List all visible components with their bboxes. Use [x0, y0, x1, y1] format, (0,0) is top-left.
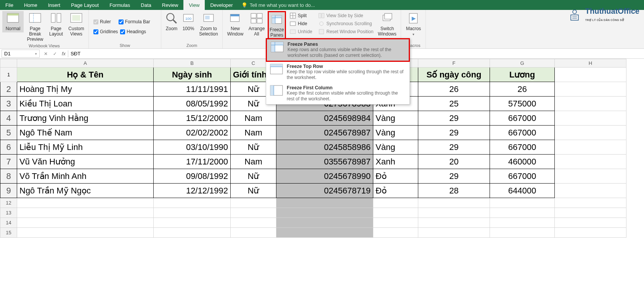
normal-button[interactable]: Normal: [2, 11, 24, 32]
tab-formulas[interactable]: Formulas: [104, 0, 135, 10]
cell[interactable]: Nữ: [231, 184, 276, 198]
cell[interactable]: [490, 218, 555, 228]
cell[interactable]: [373, 218, 418, 228]
cell[interactable]: Nữ: [231, 140, 276, 155]
cell[interactable]: [373, 208, 418, 218]
cell[interactable]: Đỏ: [373, 169, 418, 184]
cell[interactable]: Nam: [231, 126, 276, 140]
cell[interactable]: 15/12/2000: [154, 111, 231, 126]
zoom-button[interactable]: Zoom: [164, 11, 180, 32]
cell[interactable]: [555, 198, 626, 208]
hdr-f[interactable]: Số ngày công: [418, 68, 490, 82]
cell[interactable]: [418, 228, 490, 238]
cell[interactable]: 25: [418, 97, 490, 111]
pagebreak-button[interactable]: Page Break Preview: [24, 11, 46, 43]
cell[interactable]: [276, 218, 373, 228]
menu-freeze-first-column[interactable]: Freeze First Column Keep the first colum…: [266, 83, 410, 104]
tab-developer[interactable]: Developer: [205, 0, 238, 10]
rowhdr[interactable]: 12: [0, 198, 17, 208]
cell[interactable]: Nữ: [231, 169, 276, 184]
cell[interactable]: [555, 169, 626, 184]
cell[interactable]: 09/08/1992: [154, 169, 231, 184]
rowhdr[interactable]: 9: [0, 184, 17, 198]
cell[interactable]: 0245858986: [276, 140, 373, 155]
cell[interactable]: [490, 208, 555, 218]
cell[interactable]: 11/11/1991: [154, 82, 231, 97]
cell[interactable]: [555, 184, 626, 198]
colhdr-g[interactable]: G: [490, 59, 555, 68]
cell[interactable]: [276, 198, 373, 208]
rowhdr[interactable]: 4: [0, 111, 17, 126]
cell[interactable]: 0245678987: [276, 126, 373, 140]
menu-freeze-top-row[interactable]: Freeze Top Row Keep the top row visible …: [266, 61, 410, 83]
rowhdr-1[interactable]: 1: [0, 68, 17, 82]
cell[interactable]: [373, 198, 418, 208]
cell[interactable]: [17, 228, 154, 238]
cell[interactable]: Trương Vinh Hằng: [17, 111, 154, 126]
cell[interactable]: 29: [418, 140, 490, 155]
tab-file[interactable]: File: [0, 0, 19, 10]
rowhdr[interactable]: 13: [0, 208, 17, 218]
macros-button[interactable]: Macros: [403, 11, 423, 38]
cell[interactable]: 0245678990: [276, 169, 373, 184]
tab-home[interactable]: Home: [19, 0, 43, 10]
cell[interactable]: 0355678987: [276, 155, 373, 169]
cell[interactable]: Liễu Thị Mỹ Linh: [17, 140, 154, 155]
tab-view[interactable]: View: [183, 0, 205, 10]
cell[interactable]: 667000: [490, 126, 555, 140]
cell[interactable]: [276, 208, 373, 218]
cell[interactable]: [231, 208, 276, 218]
cell[interactable]: 29: [418, 111, 490, 126]
cell[interactable]: [373, 228, 418, 238]
split-button[interactable]: Split: [288, 12, 314, 19]
cell[interactable]: [231, 198, 276, 208]
cell[interactable]: 03/10/1990: [154, 140, 231, 155]
cell[interactable]: 26: [490, 82, 555, 97]
cell[interactable]: [418, 218, 490, 228]
colhdr-h[interactable]: H: [555, 59, 626, 68]
cell[interactable]: [17, 198, 154, 208]
cell[interactable]: [555, 218, 626, 228]
colhdr-f[interactable]: F: [418, 59, 490, 68]
pagelayout-button[interactable]: Page Layout: [47, 11, 66, 38]
cell[interactable]: 460000: [490, 155, 555, 169]
tellme[interactable]: 💡 Tell me what you want to do...: [238, 2, 315, 8]
name-box[interactable]: D1: [2, 50, 40, 58]
cell[interactable]: [231, 218, 276, 228]
cell[interactable]: 29: [418, 126, 490, 140]
colhdr-b[interactable]: B: [154, 59, 231, 68]
hdr-a[interactable]: Họ & Tên: [17, 68, 154, 82]
cell[interactable]: 575000: [490, 97, 555, 111]
cell[interactable]: Kiều Thị Loan: [17, 97, 154, 111]
cell[interactable]: 12/12/1992: [154, 184, 231, 198]
zoomsel-button[interactable]: Zoom to Selection: [197, 11, 220, 38]
cell[interactable]: [555, 97, 626, 111]
hdr-g[interactable]: Lương: [490, 68, 555, 82]
cell[interactable]: 29: [418, 169, 490, 184]
cell[interactable]: [154, 208, 231, 218]
rowhdr[interactable]: 8: [0, 169, 17, 184]
cell[interactable]: 667000: [490, 140, 555, 155]
cell[interactable]: [555, 111, 626, 126]
cell[interactable]: 667000: [490, 169, 555, 184]
rowhdr[interactable]: 2: [0, 82, 17, 97]
rowhdr[interactable]: 5: [0, 126, 17, 140]
cell[interactable]: Nam: [231, 111, 276, 126]
rowhdr[interactable]: 14: [0, 218, 17, 228]
cell[interactable]: 08/05/1992: [154, 97, 231, 111]
zoom100-button[interactable]: 100 100%: [180, 11, 196, 32]
cell[interactable]: 0245698984: [276, 111, 373, 126]
cell[interactable]: 644000: [490, 184, 555, 198]
tab-data[interactable]: Data: [135, 0, 156, 10]
cell[interactable]: [154, 228, 231, 238]
cell[interactable]: [490, 228, 555, 238]
cell[interactable]: [555, 82, 626, 97]
colhdr-a[interactable]: A: [17, 59, 154, 68]
formulabar-checkbox[interactable]: Formula Bar: [119, 18, 150, 26]
rowhdr[interactable]: 3: [0, 97, 17, 111]
cell[interactable]: [490, 198, 555, 208]
cell[interactable]: Võ Trần Minh Anh: [17, 169, 154, 184]
cell[interactable]: 02/02/2002: [154, 126, 231, 140]
customviews-button[interactable]: Custom Views: [66, 11, 86, 38]
cell[interactable]: Nam: [231, 155, 276, 169]
